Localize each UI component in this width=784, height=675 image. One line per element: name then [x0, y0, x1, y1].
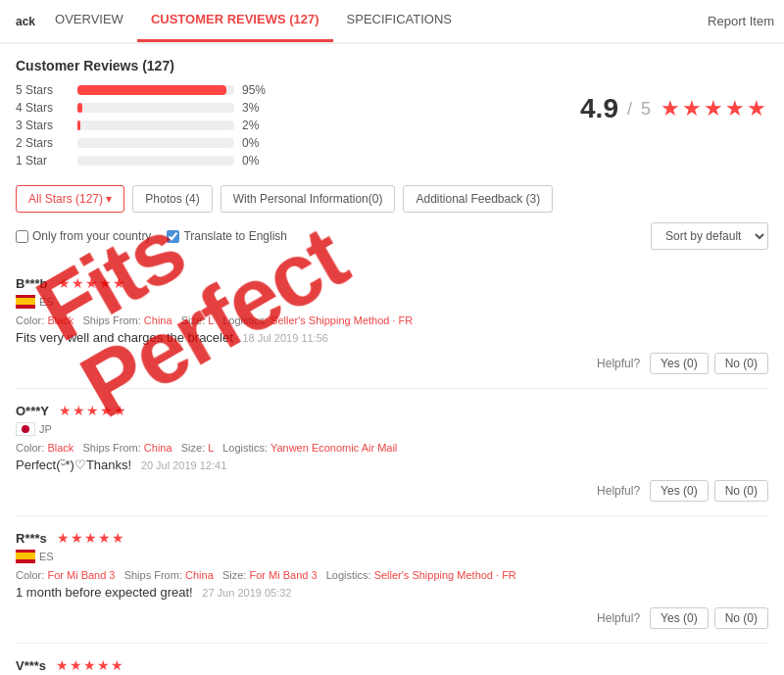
translate-checkbox-input[interactable]: [167, 230, 179, 243]
overall-rating-number: 4.9: [580, 93, 618, 124]
review-meta: Color: Black Ships From: China Size: L L…: [16, 442, 768, 454]
star-bar-fill: [77, 85, 226, 95]
filter-button-0[interactable]: All Stars (127) ▾: [16, 185, 124, 213]
report-item-link[interactable]: Report Item: [698, 0, 784, 42]
star-pct: 0%: [242, 154, 271, 168]
review-item: V***s ★★★★★ LK Color: For Mi Band 3 Ship…: [16, 644, 768, 675]
filter-button-2[interactable]: With Personal Information(0): [220, 185, 396, 213]
country-flag: [16, 295, 35, 309]
star-row: 3 Stars 2%: [16, 119, 551, 132]
rating-max: 5: [641, 99, 651, 120]
helpful-label: Helpful?: [597, 484, 640, 498]
helpful-no-button[interactable]: No (0): [714, 480, 768, 502]
star-label: 4 Stars: [16, 101, 70, 115]
country-flag: [16, 422, 35, 436]
filter-button-3[interactable]: Additional Feedback (3): [403, 185, 553, 213]
country-code: ES: [39, 296, 54, 308]
star-pct: 3%: [242, 101, 271, 115]
star-row: 1 Star 0%: [16, 154, 551, 168]
star-bar-bg: [77, 121, 234, 130]
star-label: 3 Stars: [16, 119, 70, 132]
star-row: 5 Stars 95%: [16, 83, 551, 97]
filter-button-1[interactable]: Photos (4): [132, 185, 212, 213]
star-bar-bg: [77, 156, 234, 166]
overall-stars: ★★★★★: [661, 96, 768, 121]
star-label: 5 Stars: [16, 83, 70, 97]
review-text-line: Perfect(ᵕ̈*)♡Thanks! 20 Jul 2019 12:41: [16, 458, 768, 472]
reviewer-stars: ★★★★★: [59, 403, 127, 418]
reviewer-name: R***s: [16, 531, 47, 546]
back-button[interactable]: ack: [10, 0, 41, 42]
review-meta: Color: For Mi Band 3 Ships From: China S…: [16, 569, 768, 581]
star-bar-bg: [77, 103, 234, 113]
country-code: ES: [39, 551, 54, 562]
review-date: 18 Jul 2019 11:56: [242, 332, 327, 344]
star-bar-fill: [77, 121, 80, 130]
reviewer-stars: ★★★★★: [58, 275, 126, 291]
review-text: Fits very well and charges the bracelet: [16, 330, 233, 345]
reviewer-name: B***b: [16, 276, 48, 291]
reviewer-stars: ★★★★★: [57, 530, 125, 546]
sort-select[interactable]: Sort by defaultMost RecentMost Helpful: [651, 222, 768, 250]
review-meta: Color: Black Ships From: China Size: L L…: [16, 314, 768, 326]
helpful-yes-button[interactable]: Yes (0): [650, 607, 709, 629]
review-item: B***b ★★★★★ ES Color: Black Ships From: …: [16, 262, 768, 389]
rating-slash: /: [622, 99, 637, 120]
translate-label: Translate to English: [183, 229, 287, 243]
country-code: JP: [39, 423, 52, 435]
reviewer-stars: ★★★★★: [56, 657, 124, 673]
review-item: O***Y ★★★★★ JP Color: Black Ships From: …: [16, 389, 768, 516]
star-label: 2 Stars: [16, 136, 70, 150]
star-bar-bg: [77, 138, 234, 148]
review-date: 20 Jul 2019 12:41: [141, 459, 226, 471]
helpful-yes-button[interactable]: Yes (0): [650, 353, 709, 374]
nav-tab-overview[interactable]: OVERVIEW: [41, 0, 137, 42]
reviewer-name: V***s: [16, 658, 46, 673]
star-label: 1 Star: [16, 154, 70, 168]
review-text-line: Fits very well and charges the bracelet …: [16, 330, 768, 345]
review-date: 27 Jun 2019 05:32: [202, 587, 291, 599]
star-bar-bg: [77, 85, 234, 95]
country-filter-checkbox[interactable]: Only from your country: [16, 229, 151, 243]
star-row: 2 Stars 0%: [16, 136, 551, 150]
sort-dropdown[interactable]: Sort by defaultMost RecentMost Helpful: [651, 222, 768, 250]
review-item: R***s ★★★★★ ES Color: For Mi Band 3 Ship…: [16, 516, 768, 644]
star-bar-fill: [77, 103, 82, 113]
nav-tab-customer-reviews[interactable]: CUSTOMER REVIEWS (127): [137, 0, 333, 42]
star-pct: 2%: [242, 119, 271, 132]
review-text: Perfect(ᵕ̈*)♡Thanks!: [16, 458, 131, 472]
helpful-no-button[interactable]: No (0): [714, 607, 768, 629]
star-row: 4 Stars 3%: [16, 101, 551, 115]
review-text-line: 1 month before expected great! 27 Jun 20…: [16, 585, 768, 600]
helpful-no-button[interactable]: No (0): [714, 353, 768, 374]
translate-checkbox[interactable]: Translate to English: [167, 229, 287, 243]
star-pct: 0%: [242, 136, 271, 150]
reviews-title: Customer Reviews (127): [16, 58, 768, 73]
helpful-yes-button[interactable]: Yes (0): [650, 480, 709, 502]
helpful-label: Helpful?: [597, 611, 640, 625]
country-filter-label: Only from your country: [32, 229, 151, 243]
country-checkbox-input[interactable]: [16, 230, 28, 243]
helpful-label: Helpful?: [597, 357, 640, 370]
nav-tab-specifications[interactable]: SPECIFICATIONS: [333, 0, 466, 42]
review-text: 1 month before expected great!: [16, 585, 193, 600]
star-pct: 95%: [242, 83, 271, 97]
country-flag: [16, 550, 35, 563]
reviewer-name: O***Y: [16, 404, 49, 418]
